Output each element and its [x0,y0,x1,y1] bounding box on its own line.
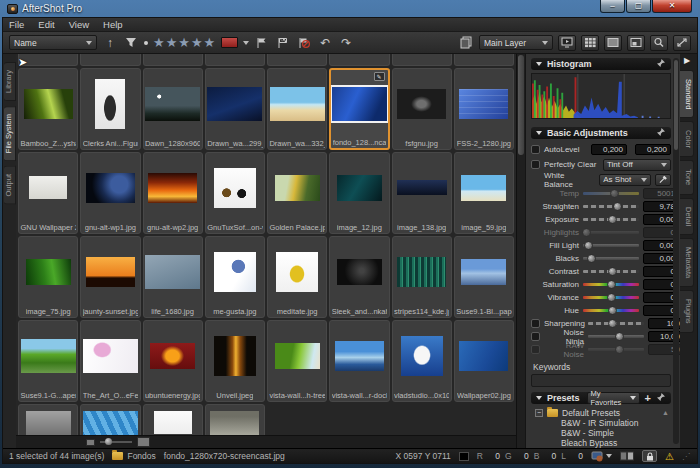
minimize-button[interactable]: – [600,0,625,13]
thumbnail-cell[interactable]: ubuntuenergy.jpg [143,320,203,402]
thumbnail-image[interactable] [150,343,195,369]
tab-file-system[interactable]: File System [4,106,16,161]
slider-handle[interactable] [608,306,617,315]
thumbnail-image[interactable] [214,336,256,376]
thumbnail-view-button[interactable] [581,35,599,51]
thumbnail-image[interactable] [210,411,259,435]
scrollbar-thumb[interactable] [674,60,678,150]
slider-handle[interactable] [582,228,591,237]
tab-detail[interactable]: Detail [680,198,694,235]
preset-item[interactable]: Bleach Bypass [535,438,671,448]
thumbnail-cell[interactable]: ✎fondo_128...ncast.jpg [329,68,389,150]
thumbnail-cell[interactable]: life_1680.jpg [143,236,203,318]
slider-handle[interactable] [607,280,616,289]
thumbnail-image[interactable] [214,252,256,292]
menu-edit[interactable]: Edit [38,19,54,30]
thumbnail-cell-partial[interactable] [18,404,78,435]
thumbnail-image[interactable] [401,336,443,376]
thumbnail-cell[interactable]: Bamboo_Z...ysha.jpg [18,68,78,150]
thumbnail-image[interactable] [145,87,200,121]
no-rating-dot-icon[interactable] [144,41,148,45]
pin-icon[interactable] [656,58,666,70]
thumbnail-cell[interactable]: GNU Wallpaper 2.jpg [18,152,78,234]
color-label-dropdown-icon[interactable] [243,41,249,45]
thumbnail-image[interactable] [86,173,135,203]
thumbnail-image[interactable] [21,339,76,373]
close-button[interactable]: ✕ [652,0,692,13]
preset-item[interactable]: B&W - Simple [535,428,671,438]
rotate-right-icon[interactable]: ↷ [338,35,354,51]
thumbnail-cell[interactable]: Dawn_1280x960.jpg [143,68,203,150]
lock-button[interactable] [642,450,657,462]
thumbnail-size-slider[interactable] [100,441,132,443]
color-label-swatch[interactable] [221,37,238,48]
thumbnail-cell[interactable]: The_Art_O...eFear.jpg [80,320,140,402]
collapse-expander-icon[interactable]: − [535,409,543,417]
tab-library[interactable]: Library [4,62,16,101]
thumbnail-image[interactable] [337,259,382,285]
thumbnail-cell[interactable]: GnuTuxSof...on-v1.jpg [205,152,265,234]
layers-icon[interactable] [458,35,474,51]
dropdown-perfectly-clear[interactable]: Tint Off [603,159,671,171]
large-thumbnails-icon[interactable] [137,437,150,447]
thumbnail-image[interactable] [461,175,506,201]
thumbnail-image[interactable] [26,259,71,285]
thumbnail-cell[interactable]: Suse9.1-Bl...papers.jpg [454,236,514,318]
thumbnail-cell[interactable]: meditate.jpg [267,236,327,318]
flag-pick-icon[interactable] [254,35,270,51]
thumbnail-image[interactable] [275,343,320,369]
presets-favorites-select[interactable]: My Favorites [587,392,640,404]
thumbnail-cell[interactable]: gnu-alt-wp1.jpg [80,152,140,234]
grid-scrollbar[interactable] [516,54,525,448]
slider-handle[interactable] [105,438,112,445]
collapse-icon[interactable] [536,62,542,66]
thumbnail-image[interactable] [95,79,125,129]
slider-handle[interactable] [608,215,617,224]
thumbnail-cell[interactable]: Sleek_and...nkahn.jpg [329,236,389,318]
thumbnail-cell[interactable]: vista-wall...r-dock.jpg [329,320,389,402]
slider-handle[interactable] [610,189,619,198]
combined-view-button[interactable] [627,35,645,51]
thumbnail-cell-partial[interactable] [143,54,203,66]
slider-exposure[interactable] [583,218,639,221]
thumbnail-image[interactable] [335,341,384,371]
slider-noise-ninja[interactable] [588,335,644,338]
menu-help[interactable]: Help [103,19,123,30]
menu-view[interactable]: View [69,19,89,30]
tab-tone[interactable]: Tone [680,160,694,194]
eyedropper-button[interactable] [655,174,671,186]
pin-icon[interactable] [656,392,666,404]
thumbnail-cell-partial[interactable] [80,404,140,435]
thumbnail-cell[interactable]: jaunty-sunset.jpg [80,236,140,318]
thumbnail-image[interactable] [145,255,200,289]
collapse-icon[interactable] [536,396,542,400]
slider-blacks[interactable] [583,257,639,260]
rotate-left-icon[interactable]: ↶ [317,35,333,51]
pin-icon[interactable] [656,127,666,139]
checkbox-autolevel[interactable] [531,145,540,154]
thumbnail-cell[interactable]: Wallpaper02.jpg [454,320,514,402]
slider-vibrance[interactable] [583,296,639,299]
tab-metadata[interactable]: Metadata [680,238,694,287]
thumbnail-image[interactable] [86,257,135,287]
thumbnail-image[interactable] [276,252,318,292]
single-view-button[interactable] [604,35,622,51]
thumbnail-image[interactable] [275,175,320,201]
thumbnail-cell[interactable]: Unveil.jpeg [205,320,265,402]
slideshow-button[interactable] [558,35,576,51]
thumbnail-cell-partial[interactable] [454,54,514,66]
slider-handle[interactable] [608,267,617,276]
thumbnail-cell-partial[interactable] [329,54,389,66]
thumbnail-cell[interactable]: image_138.jpg [392,152,452,234]
thumbnail-image[interactable] [459,341,508,371]
thumbnail-cell[interactable]: Drawn_wa...299_.jpg [205,68,265,150]
flag-reject-icon[interactable] [296,35,312,51]
thumbnail-cell[interactable]: image_59.jpg [454,152,514,234]
thumbnail-image[interactable] [397,257,446,287]
thumbnail-cell-partial[interactable] [392,54,452,66]
slider-handle[interactable] [587,254,596,263]
slider-hue[interactable] [583,309,639,312]
presets-header[interactable]: Presets My Favorites + [531,392,671,404]
slider-handle[interactable] [584,241,593,250]
flag-finished-icon[interactable] [275,35,291,51]
